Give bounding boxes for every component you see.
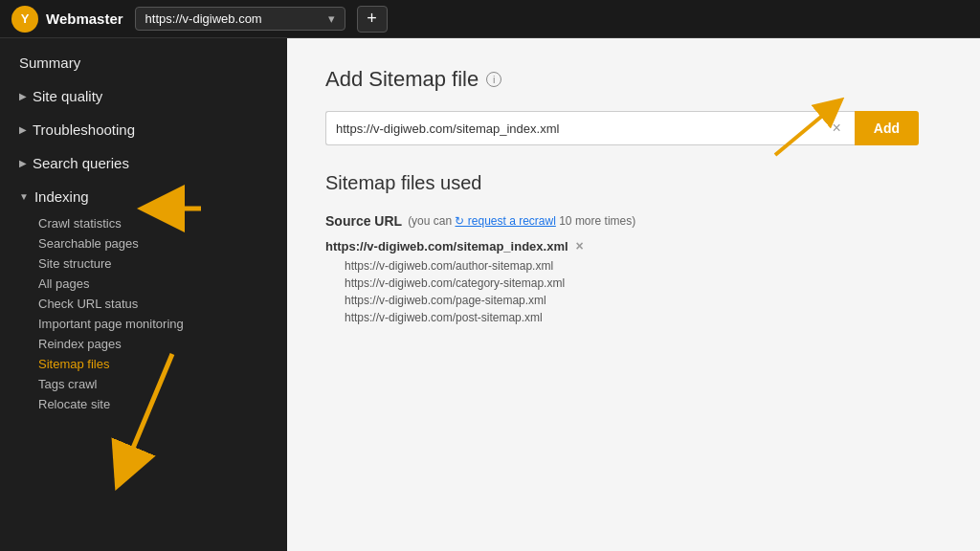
- sitemap-main-url-text: https://v-digiweb.com/sitemap_index.xml: [325, 239, 568, 253]
- add-site-button[interactable]: +: [357, 6, 388, 33]
- section-title: Sitemap files used: [325, 172, 942, 194]
- info-icon[interactable]: i: [486, 72, 501, 87]
- sidebar-sub-crawl-statistics[interactable]: Crawl statistics: [0, 213, 287, 233]
- sidebar-sub-check-url-status[interactable]: Check URL status: [0, 294, 287, 314]
- sitemap-entry: https://v-digiweb.com/sitemap_index.xml …: [325, 238, 942, 326]
- source-url-label: Source URL: [325, 213, 402, 229]
- sidebar-sub-relocate-site[interactable]: Relocate site: [0, 394, 287, 414]
- sidebar-item-troubleshooting[interactable]: ▶ Troubleshooting: [0, 113, 287, 146]
- logo-icon: Y: [11, 6, 38, 33]
- page-title-row: Add Sitemap file i: [325, 67, 942, 92]
- list-item: https://v-digiweb.com/category-sitemap.x…: [345, 275, 942, 292]
- sidebar-item-summary[interactable]: Summary: [0, 46, 287, 79]
- sitemap-main-url: https://v-digiweb.com/sitemap_index.xml …: [325, 238, 942, 253]
- sidebar-item-search-queries[interactable]: ▶ Search queries: [0, 146, 287, 180]
- app-title: Webmaster: [46, 11, 123, 27]
- logo: Y Webmaster: [11, 6, 123, 33]
- sidebar-sub-reindex-pages[interactable]: Reindex pages: [0, 334, 287, 354]
- recrawl-link[interactable]: ↻ request a recrawl: [455, 214, 555, 228]
- source-url-header: Source URL (you can ↻ request a recrawl …: [325, 213, 942, 229]
- list-item: https://v-digiweb.com/author-sitemap.xml: [345, 257, 942, 275]
- sidebar-sub-sitemap-files[interactable]: Sitemap files: [0, 354, 287, 374]
- sidebar-item-indexing[interactable]: ▼ Indexing: [0, 180, 287, 213]
- sidebar-sub-important-page-monitoring[interactable]: Important page monitoring: [0, 314, 287, 334]
- content-area: Add Sitemap file i × Add Sitemap files u…: [287, 38, 980, 551]
- sidebar-item-site-quality[interactable]: ▶ Site quality: [0, 79, 287, 113]
- sitemap-url-input[interactable]: [336, 121, 828, 136]
- sidebar-sub-all-pages[interactable]: All pages: [0, 274, 287, 294]
- sidebar: Summary ▶ Site quality ▶ Troubleshooting…: [0, 38, 287, 551]
- page-title-text: Add Sitemap file: [325, 67, 479, 92]
- remove-sitemap-button[interactable]: ×: [576, 238, 584, 253]
- arrow-right-icon: ▶: [19, 124, 27, 135]
- site-url: https://v-digiweb.com: [145, 11, 262, 26]
- source-url-note: (you can ↻ request a recrawl 10 more tim…: [408, 214, 635, 228]
- arrow-right-icon: ▶: [19, 158, 27, 168]
- url-input-row: × Add: [325, 111, 919, 145]
- topbar: Y Webmaster https://v-digiweb.com ▾ +: [0, 0, 980, 38]
- add-sitemap-button[interactable]: Add: [855, 111, 919, 145]
- site-selector[interactable]: https://v-digiweb.com ▾: [135, 7, 345, 31]
- chevron-down-icon: ▾: [328, 11, 335, 26]
- list-item: https://v-digiweb.com/post-sitemap.xml: [345, 309, 942, 326]
- sidebar-sub-site-structure[interactable]: Site structure: [0, 253, 287, 274]
- arrow-down-icon: ▼: [19, 191, 29, 202]
- clear-input-button[interactable]: ×: [828, 120, 844, 137]
- url-input-wrapper: ×: [325, 111, 855, 145]
- arrow-right-icon: ▶: [19, 91, 27, 101]
- sidebar-sub-tags-crawl[interactable]: Tags crawl: [0, 374, 287, 394]
- list-item: https://v-digiweb.com/page-sitemap.xml: [345, 292, 942, 309]
- sitemap-sub-urls: https://v-digiweb.com/author-sitemap.xml…: [325, 257, 942, 326]
- main-layout: Summary ▶ Site quality ▶ Troubleshooting…: [0, 38, 980, 551]
- sidebar-sub-searchable-pages[interactable]: Searchable pages: [0, 233, 287, 253]
